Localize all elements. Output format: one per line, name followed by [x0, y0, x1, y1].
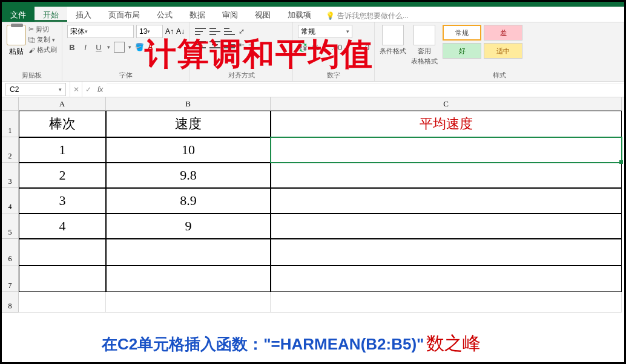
cell-C4[interactable]: [271, 188, 622, 213]
row-header-6[interactable]: 6: [2, 239, 19, 265]
row-header-5[interactable]: 5: [2, 213, 19, 239]
indent-increase-button[interactable]: ⇥: [248, 41, 254, 49]
font-group: 宋体 ▾ 13 ▾ A↑ A↓ B I U ▾ ▾ 🪣 A 字体: [62, 22, 190, 81]
orientation-button[interactable]: ⤢: [239, 27, 245, 36]
cut-button[interactable]: ✂剪切: [28, 25, 57, 34]
percent-button[interactable]: %: [312, 43, 320, 52]
menu-data[interactable]: 数据: [181, 7, 214, 22]
copy-label: 复制: [37, 35, 50, 44]
align-center-button[interactable]: [209, 41, 220, 49]
cell-A8[interactable]: [19, 292, 106, 313]
cell-B7[interactable]: [106, 265, 271, 292]
copy-icon: ⿻: [28, 36, 35, 44]
paste-button[interactable]: 粘贴: [7, 25, 26, 57]
cell-B2[interactable]: 10: [106, 137, 271, 163]
cancel-formula-button[interactable]: ✕: [70, 82, 82, 97]
align-top-button[interactable]: [195, 27, 206, 36]
cell-B1[interactable]: 速度: [106, 111, 271, 137]
formula-input[interactable]: [107, 83, 624, 96]
cell-C7[interactable]: [271, 265, 622, 292]
menu-formulas[interactable]: 公式: [148, 7, 181, 22]
row-header-3[interactable]: 3: [2, 163, 19, 188]
currency-button[interactable]: 💱: [298, 43, 308, 52]
row-header-2[interactable]: 2: [2, 137, 19, 163]
row-header-4[interactable]: 4: [2, 188, 19, 213]
font-size-select[interactable]: 13 ▾: [136, 25, 163, 38]
conditional-format-button[interactable]: 条件格式: [380, 25, 406, 56]
cell-B8[interactable]: [106, 292, 271, 313]
indent-decrease-button[interactable]: ⇤: [239, 41, 245, 49]
style-bad[interactable]: 差: [484, 25, 522, 41]
font-color-button[interactable]: A: [148, 43, 153, 51]
enter-formula-button[interactable]: ✓: [82, 82, 94, 97]
increase-decimal-button[interactable]: .00→: [331, 43, 350, 52]
fill-color-button[interactable]: 🪣: [135, 43, 144, 51]
cell-B6[interactable]: [106, 239, 271, 265]
menu-insert[interactable]: 插入: [67, 7, 100, 22]
border-button[interactable]: [114, 42, 125, 53]
menu-review[interactable]: 审阅: [214, 7, 246, 22]
menu-home[interactable]: 开始: [35, 7, 67, 22]
shrink-font-button[interactable]: A↓: [176, 27, 185, 36]
row-4: 4 3 8.9: [2, 188, 624, 213]
select-all-corner[interactable]: [2, 97, 19, 111]
name-box-value: C2: [10, 85, 19, 94]
cell-A2[interactable]: 1: [19, 137, 106, 163]
cell-A5[interactable]: 4: [19, 213, 106, 239]
row-2: 2 1 10: [2, 137, 624, 163]
align-middle-button[interactable]: [209, 27, 220, 36]
cell-C8[interactable]: [271, 292, 622, 313]
cell-C2[interactable]: [271, 137, 622, 163]
cell-A3[interactable]: 2: [19, 163, 106, 188]
row-header-8[interactable]: 8: [2, 292, 19, 313]
name-box[interactable]: C2▾: [5, 83, 66, 96]
style-neutral[interactable]: 适中: [484, 43, 522, 59]
cell-C1[interactable]: 平均速度: [271, 111, 622, 137]
cell-C3[interactable]: [271, 163, 622, 188]
cell-A7[interactable]: [19, 265, 106, 292]
table-format-button[interactable]: 套用 表格格式: [411, 25, 438, 66]
cell-A6[interactable]: [19, 239, 106, 265]
alignment-group: ⤢ ⇤ ⇥ 对齐方式: [190, 22, 293, 81]
cell-A4[interactable]: 3: [19, 188, 106, 213]
underline-button[interactable]: U: [94, 43, 104, 52]
menu-file[interactable]: 文件: [2, 7, 35, 22]
table-format-label: 套用: [418, 47, 431, 56]
decrease-decimal-button[interactable]: ←.0: [355, 43, 369, 52]
grow-font-button[interactable]: A↑: [165, 27, 174, 36]
row-header-7[interactable]: 7: [2, 265, 19, 292]
column-header-C[interactable]: C: [271, 97, 622, 111]
menu-pagelayout[interactable]: 页面布局: [100, 7, 148, 22]
column-header-B[interactable]: B: [106, 97, 271, 111]
cell-C6[interactable]: [271, 239, 622, 265]
format-painter-button[interactable]: 🖌格式刷: [28, 45, 57, 54]
tell-me[interactable]: 💡 告诉我您想要做什么...: [320, 7, 415, 22]
cell-C5[interactable]: [271, 213, 622, 239]
cell-B3[interactable]: 9.8: [106, 163, 271, 188]
annotation-signature: 数之峰: [426, 333, 481, 353]
chevron-down-icon: ▾: [128, 44, 131, 50]
number-format-select[interactable]: 常规▾: [298, 25, 352, 38]
comma-button[interactable]: ,: [325, 43, 327, 52]
scissors-icon: ✂: [28, 25, 34, 33]
row-6: 6: [2, 239, 624, 265]
fx-icon[interactable]: fx: [94, 85, 107, 94]
table-icon: [413, 25, 435, 45]
style-normal[interactable]: 常规: [443, 25, 481, 41]
italic-button[interactable]: I: [81, 43, 90, 52]
copy-button[interactable]: ⿻复制 ▾: [28, 35, 57, 44]
row-header-1[interactable]: 1: [2, 111, 19, 137]
menu-addins[interactable]: 加载项: [279, 7, 320, 22]
menu-view[interactable]: 视图: [246, 7, 279, 22]
align-left-button[interactable]: [195, 41, 206, 49]
styles-group-label: 样式: [380, 70, 619, 80]
font-name-select[interactable]: 宋体 ▾: [67, 25, 134, 38]
style-good[interactable]: 好: [443, 43, 481, 59]
column-header-A[interactable]: A: [19, 97, 106, 111]
align-right-button[interactable]: [224, 41, 235, 49]
bold-button[interactable]: B: [67, 43, 77, 52]
cell-B5[interactable]: 9: [106, 213, 271, 239]
cell-A1[interactable]: 棒次: [19, 111, 106, 137]
align-bottom-button[interactable]: [224, 27, 235, 36]
cell-B4[interactable]: 8.9: [106, 188, 271, 213]
